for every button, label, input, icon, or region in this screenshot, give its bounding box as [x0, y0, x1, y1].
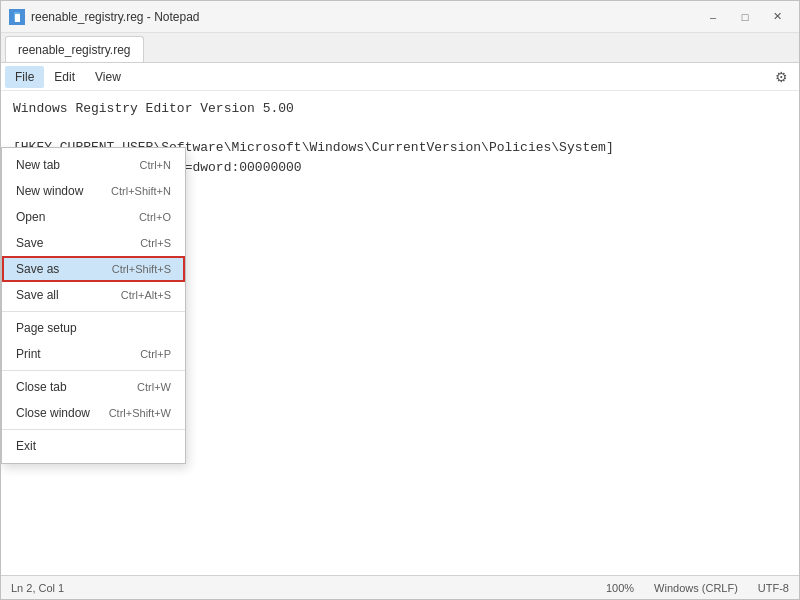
- menu-view[interactable]: View: [85, 66, 131, 88]
- title-bar: reenable_registry.reg - Notepad – □ ✕: [1, 1, 799, 33]
- menu-items-group: File Edit View: [5, 66, 131, 88]
- title-bar-left: reenable_registry.reg - Notepad: [9, 9, 200, 25]
- tab-reenable-registry[interactable]: reenable_registry.reg: [5, 36, 144, 62]
- menu-item-save-all[interactable]: Save all Ctrl+Alt+S: [2, 282, 185, 308]
- settings-gear-button[interactable]: ⚙: [767, 65, 795, 89]
- menu-item-page-setup[interactable]: Page setup: [2, 315, 185, 341]
- menu-file[interactable]: File: [5, 66, 44, 88]
- maximize-button[interactable]: □: [731, 6, 759, 28]
- line-ending: Windows (CRLF): [654, 582, 738, 594]
- menu-item-close-tab[interactable]: Close tab Ctrl+W: [2, 374, 185, 400]
- menu-item-open[interactable]: Open Ctrl+O: [2, 204, 185, 230]
- close-button[interactable]: ✕: [763, 6, 791, 28]
- status-bar: Ln 2, Col 1 100% Windows (CRLF) UTF-8: [1, 575, 799, 599]
- status-right: 100% Windows (CRLF) UTF-8: [606, 582, 789, 594]
- app-icon: [9, 9, 25, 25]
- menu-item-save[interactable]: Save Ctrl+S: [2, 230, 185, 256]
- encoding: UTF-8: [758, 582, 789, 594]
- menu-item-save-as[interactable]: Save as Ctrl+Shift+S: [2, 256, 185, 282]
- separator-3: [2, 429, 185, 430]
- zoom-level: 100%: [606, 582, 634, 594]
- svg-rect-2: [15, 14, 20, 22]
- separator-2: [2, 370, 185, 371]
- editor-line-2: [13, 119, 787, 139]
- separator-1: [2, 311, 185, 312]
- menu-edit[interactable]: Edit: [44, 66, 85, 88]
- cursor-position: Ln 2, Col 1: [11, 582, 64, 594]
- window-title: reenable_registry.reg - Notepad: [31, 10, 200, 24]
- menu-item-close-window[interactable]: Close window Ctrl+Shift+W: [2, 400, 185, 426]
- menu-item-exit[interactable]: Exit: [2, 433, 185, 459]
- minimize-button[interactable]: –: [699, 6, 727, 28]
- window-controls: – □ ✕: [699, 6, 791, 28]
- editor-line-1: Windows Registry Editor Version 5.00: [13, 99, 787, 119]
- tab-bar: reenable_registry.reg: [1, 33, 799, 63]
- file-dropdown-menu: New tab Ctrl+N New window Ctrl+Shift+N O…: [1, 147, 186, 464]
- main-window: reenable_registry.reg - Notepad – □ ✕ re…: [0, 0, 800, 600]
- menu-item-print[interactable]: Print Ctrl+P: [2, 341, 185, 367]
- main-editor-area: Windows Registry Editor Version 5.00 [HK…: [1, 91, 799, 575]
- menu-bar: File Edit View ⚙: [1, 63, 799, 91]
- menu-item-new-window[interactable]: New window Ctrl+Shift+N: [2, 178, 185, 204]
- menu-item-new-tab[interactable]: New tab Ctrl+N: [2, 152, 185, 178]
